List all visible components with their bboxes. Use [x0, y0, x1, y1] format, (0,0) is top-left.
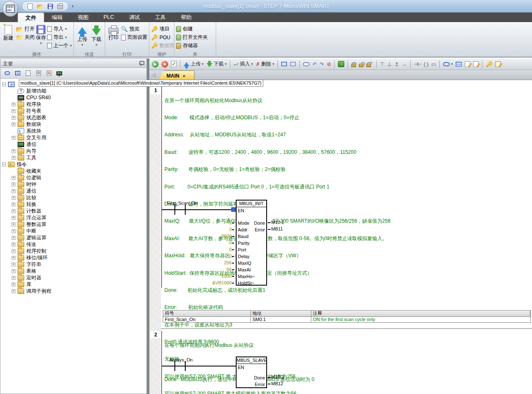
pou-properties-icon[interactable] [472, 60, 479, 69]
expander-icon[interactable] [12, 136, 15, 140]
expander-icon[interactable] [12, 176, 15, 180]
param-parity-value[interactable]: 0 [187, 240, 234, 245]
contact-bar-right[interactable] [185, 361, 186, 371]
insert-button[interactable]: ⮐插入▾ [233, 60, 254, 69]
tree-item-comm-instr[interactable]: 通信 [0, 188, 146, 194]
tree-item-float-math[interactable]: 浮点运算 [0, 214, 146, 221]
toolbar-protect-icon[interactable] [494, 60, 502, 69]
lock-add-icon[interactable]: + [366, 60, 373, 69]
mbus-slave-block[interactable]: MBUS_SLAVE EN Done Error [236, 356, 267, 388]
ladder-canvas[interactable]: 1 在第一个循环周期内初始化Modbus从站协议 Mode: 模式选择，启动/停… [149, 80, 532, 394]
param-addr-value[interactable]: 3 [187, 227, 234, 232]
expander-icon[interactable] [12, 216, 15, 220]
close-button[interactable]: 📁关闭 [16, 34, 35, 41]
toolbar-key-icon[interactable]: 🔑 [485, 60, 493, 69]
open-button[interactable]: 📂打开 [16, 25, 35, 33]
expander-icon[interactable] [2, 83, 6, 86]
line-right-icon[interactable]: → [401, 60, 408, 69]
expander-icon[interactable] [12, 256, 15, 260]
tile-pou-icon[interactable] [289, 60, 297, 69]
tree-item-move[interactable]: 传送 [0, 241, 146, 248]
delete-button[interactable]: ✗删除▾ [255, 60, 275, 69]
symtab-row[interactable]: First_Scan_On SM0.1 ON for the first sca… [163, 316, 530, 322]
branch-up-icon[interactable]: ⊥ [386, 60, 392, 69]
contact-bar-right[interactable] [185, 205, 186, 215]
output-done-operand[interactable]: M10.1 [268, 220, 284, 225]
expander-icon[interactable] [12, 283, 15, 286]
param-port-value[interactable]: 0 [187, 247, 234, 252]
tree-item-string[interactable]: 字符串 [0, 261, 146, 268]
export-button[interactable]: 导出▾ [47, 34, 72, 41]
stop-button[interactable]: ■ [161, 60, 169, 69]
app-menu-button[interactable]: HHHHH [3, 1, 18, 17]
tree-item-tools[interactable]: 工具 [0, 154, 146, 161]
previous-button[interactable]: 上一个▾ [47, 42, 72, 49]
preview-button[interactable]: 🔍预览 [121, 25, 147, 33]
branch-down-icon[interactable]: ⊤ [379, 60, 385, 69]
menu-tab-debug[interactable]: 调试 [121, 13, 147, 22]
page-setup-button[interactable]: 页面设置 [121, 34, 147, 41]
cascade-pou-icon[interactable] [280, 60, 288, 69]
param-maxai-value[interactable]: 56 [187, 267, 234, 272]
lock-icon[interactable] [350, 60, 357, 69]
expander-icon[interactable] [12, 123, 15, 126]
tree-item-clock[interactable]: 时钟 [0, 181, 146, 188]
expander-icon[interactable] [12, 189, 15, 193]
symbol-addressing-icon[interactable] [3, 69, 11, 78]
line-up-icon[interactable]: ↥ [393, 60, 399, 69]
expander-icon[interactable] [12, 196, 15, 200]
library-memory-button[interactable]: 存储器 [176, 42, 214, 49]
expander-icon[interactable] [12, 103, 15, 106]
tree-item-symbol-table[interactable]: 符号表 [0, 108, 146, 114]
expander-icon[interactable] [12, 289, 15, 293]
cross-reference-icon[interactable] [45, 69, 53, 78]
box-instruction-icon[interactable]: ▭ [431, 60, 437, 69]
output-done-operand[interactable]: M10.2 [268, 374, 284, 379]
tree-item-bit-logic[interactable]: 位逻辑 [0, 174, 146, 181]
tree-item-shift-rotate[interactable]: 移位/循环 [0, 254, 146, 261]
tree-item-instructions[interactable]: 指令 [0, 161, 146, 168]
library-open-folder-button[interactable]: 打开文件夹 [176, 34, 214, 41]
menu-tab-tools[interactable]: 工具 [147, 13, 173, 22]
tab-scroll-left-icon[interactable]: ◁ [150, 71, 158, 79]
new-button[interactable]: 新建 [2, 24, 15, 41]
tree-item-cpu[interactable]: CPU SR40 [0, 94, 146, 101]
undo-icon[interactable]: ↶ [312, 60, 318, 69]
tree-item-program-control[interactable]: 程序控制 [0, 248, 146, 254]
param-holdstart-value[interactable]: &VB1000 [187, 280, 234, 285]
param-mode-value[interactable]: 1 [187, 220, 234, 225]
tree-item-program-block[interactable]: 程序块 [0, 101, 146, 108]
comment-toggle-icon[interactable] [302, 60, 310, 69]
symbol-table-icon[interactable] [13, 69, 22, 78]
expander-icon[interactable] [12, 269, 15, 273]
param-delay-value[interactable]: 0 [187, 253, 234, 258]
expander-icon[interactable] [12, 229, 15, 233]
import-button[interactable]: 导入▾ [47, 25, 72, 33]
upload-button[interactable]: 上传 ▾ [76, 24, 89, 47]
tree-item-call-subroutine[interactable]: 调用子例程 [0, 288, 146, 294]
download-button-small[interactable]: 下载▾ [206, 60, 227, 69]
expander-icon[interactable] [12, 149, 15, 153]
tree-item-interrupt[interactable]: 中断 [0, 228, 146, 234]
tree-item-table[interactable]: 表格 [0, 268, 146, 274]
redo-icon[interactable]: ↷ [319, 60, 325, 69]
expander-icon[interactable] [12, 109, 15, 113]
expander-icon[interactable] [12, 276, 15, 280]
tab-close-icon[interactable]: × [183, 73, 185, 78]
menu-tab-edit[interactable]: 编辑 [44, 13, 70, 22]
expander-icon[interactable] [12, 156, 15, 160]
tree-item-communication[interactable]: 通信 [0, 141, 146, 148]
param-baud-value[interactable]: 9600 [187, 233, 234, 238]
data-block-icon[interactable] [34, 69, 43, 78]
protect-project-button[interactable]: 🔑项目 [151, 25, 173, 33]
compile-button[interactable] [170, 60, 177, 69]
cancel-transfer-icon[interactable]: ⊘ [326, 60, 332, 69]
menu-tab-view[interactable]: 视图 [70, 13, 96, 22]
tree-item-wizard[interactable]: 向导 [0, 148, 146, 154]
status-chart-icon[interactable] [24, 69, 32, 78]
communications-icon[interactable] [55, 69, 63, 78]
contact-symbol-label[interactable]: First_Scan_On [167, 201, 197, 206]
contact-instruction-icon[interactable]: ⊣⊢ [413, 60, 422, 69]
menu-tab-plc[interactable]: PLC [96, 13, 121, 22]
output-error-operand[interactable]: MB12 [268, 381, 283, 386]
